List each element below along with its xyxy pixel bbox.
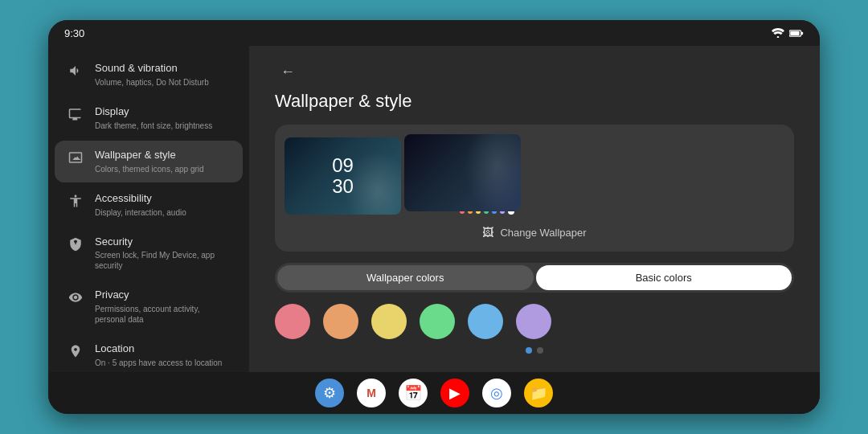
wallpaper-preview-area: 09 30 (275, 125, 794, 252)
status-bar: 9:30 (48, 20, 820, 46)
tab-basic-colors[interactable]: Basic colors (536, 265, 792, 290)
sidebar-title-security: Security (95, 235, 230, 249)
sidebar: Sound & vibration Volume, haptics, Do No… (48, 46, 249, 372)
taskbar-youtube-icon[interactable]: ▶ (440, 379, 469, 407)
tablet-frame: 9:30 Sound & vibration Volume, haptics, … (48, 20, 820, 414)
color-circle-green[interactable] (420, 304, 455, 339)
sidebar-title-accessibility: Accessibility (95, 192, 230, 206)
sidebar-subtitle-display: Dark theme, font size, brightness (95, 121, 230, 131)
taskbar-chrome-icon[interactable]: ◎ (482, 379, 511, 407)
sidebar-title-sound-vibration: Sound & vibration (95, 62, 230, 76)
battery-icon (789, 29, 804, 38)
volume-icon (68, 63, 84, 79)
location-icon (68, 343, 84, 359)
color-circle-orange[interactable] (323, 304, 358, 339)
page-dot-2 (537, 347, 543, 354)
taskbar-gmail-icon[interactable]: M (357, 379, 386, 407)
content-header: ← (249, 46, 820, 91)
security-icon (68, 236, 84, 252)
taskbar-calendar-icon[interactable]: 📅 (399, 379, 428, 407)
taskbar-files-icon[interactable]: 📁 (524, 379, 553, 407)
display-icon (68, 106, 84, 122)
color-tab-row: Wallpaper colors Basic colors (275, 263, 794, 293)
content-area: ← Wallpaper & style 09 30 (249, 46, 820, 372)
sidebar-item-sound-vibration[interactable]: Sound & vibration Volume, haptics, Do No… (55, 54, 243, 96)
sidebar-item-location[interactable]: Location On · 5 apps have access to loca… (55, 334, 243, 372)
wallpaper-blob-right (465, 134, 521, 211)
change-wallpaper-label: Change Wallpaper (500, 227, 586, 239)
color-circle-lavender[interactable] (516, 304, 551, 339)
sidebar-title-display: Display (95, 105, 230, 119)
sidebar-subtitle-location: On · 5 apps have access to location (95, 358, 230, 368)
lock-screen-preview: 09 30 (285, 137, 401, 215)
color-circles-row (275, 304, 794, 339)
sidebar-title-location: Location (95, 342, 230, 356)
accessibility-icon (68, 193, 84, 209)
back-button[interactable]: ← (275, 59, 301, 84)
main-area: Sound & vibration Volume, haptics, Do No… (48, 46, 820, 372)
svg-rect-2 (801, 31, 803, 34)
svg-rect-1 (790, 31, 799, 35)
change-wallpaper-button[interactable]: 🖼 Change Wallpaper (285, 223, 784, 242)
sidebar-subtitle-privacy: Permissions, account activity, personal … (95, 304, 230, 325)
page-title: Wallpaper & style (249, 91, 820, 125)
status-icons (772, 28, 804, 38)
sidebar-title-privacy: Privacy (95, 289, 230, 302)
status-time: 9:30 (64, 27, 84, 39)
sidebar-subtitle-security: Screen lock, Find My Device, app securit… (95, 250, 230, 271)
wallpaper-screens: 09 30 (285, 134, 784, 215)
screen-with-dots (404, 134, 521, 215)
sidebar-item-accessibility[interactable]: Accessibility Display, interaction, audi… (55, 184, 243, 226)
page-indicator (249, 347, 820, 354)
privacy-icon (68, 289, 84, 305)
sidebar-item-privacy[interactable]: Privacy Permissions, account activity, p… (55, 280, 243, 333)
change-wallpaper-icon: 🖼 (482, 226, 493, 239)
taskbar: ⚙M📅▶◎📁 (48, 372, 820, 414)
sidebar-subtitle-accessibility: Display, interaction, audio (95, 207, 230, 218)
color-circle-yellow[interactable] (371, 304, 407, 339)
home-screen-preview (404, 134, 521, 211)
sidebar-subtitle-wallpaper-style: Colors, themed icons, app grid (95, 164, 230, 174)
tab-wallpaper-colors[interactable]: Wallpaper colors (277, 265, 534, 290)
wallpaper-icon (68, 149, 84, 166)
sidebar-subtitle-sound-vibration: Volume, haptics, Do Not Disturb (95, 77, 230, 88)
color-circle-pink[interactable] (275, 304, 310, 339)
page-dot-1 (526, 347, 532, 354)
wifi-icon (772, 28, 784, 38)
sidebar-title-wallpaper-style: Wallpaper & style (95, 149, 230, 162)
sidebar-item-wallpaper-style[interactable]: Wallpaper & style Colors, themed icons, … (55, 141, 243, 182)
sidebar-item-display[interactable]: Display Dark theme, font size, brightnes… (55, 97, 243, 139)
color-circle-blue[interactable] (468, 304, 503, 339)
taskbar-settings-icon[interactable]: ⚙ (315, 379, 344, 407)
sidebar-item-security[interactable]: Security Screen lock, Find My Device, ap… (55, 227, 243, 280)
